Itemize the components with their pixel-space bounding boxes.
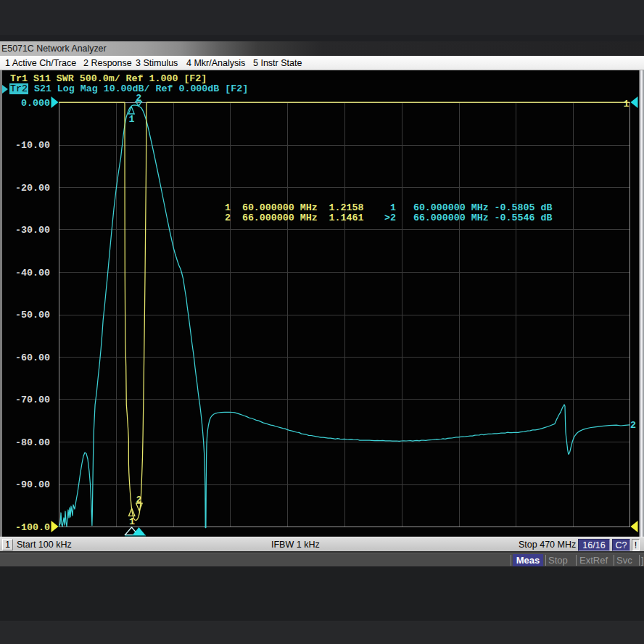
svg-text:-20.00: -20.00	[15, 183, 50, 194]
svg-text:1: 1	[129, 114, 135, 125]
svg-text:2: 2	[136, 495, 142, 505]
svg-text:1: 1	[129, 516, 135, 527]
svg-text:-30.00: -30.00	[15, 225, 50, 236]
svg-text:-10.00: -10.00	[15, 140, 50, 151]
svg-text:-50.00: -50.00	[15, 310, 50, 321]
svg-text:-90.00: -90.00	[15, 479, 50, 490]
svg-text:1: 1	[624, 99, 629, 110]
svg-text:2: 2	[630, 420, 636, 431]
svg-text:-40.00: -40.00	[15, 268, 50, 278]
svg-text:0.000: 0.000	[21, 98, 50, 109]
svg-text:-80.00: -80.00	[15, 437, 50, 448]
svg-text:-60.00: -60.00	[15, 352, 50, 363]
svg-text:-70.00: -70.00	[15, 395, 50, 405]
svg-text:-100.0: -100.0	[15, 522, 50, 533]
